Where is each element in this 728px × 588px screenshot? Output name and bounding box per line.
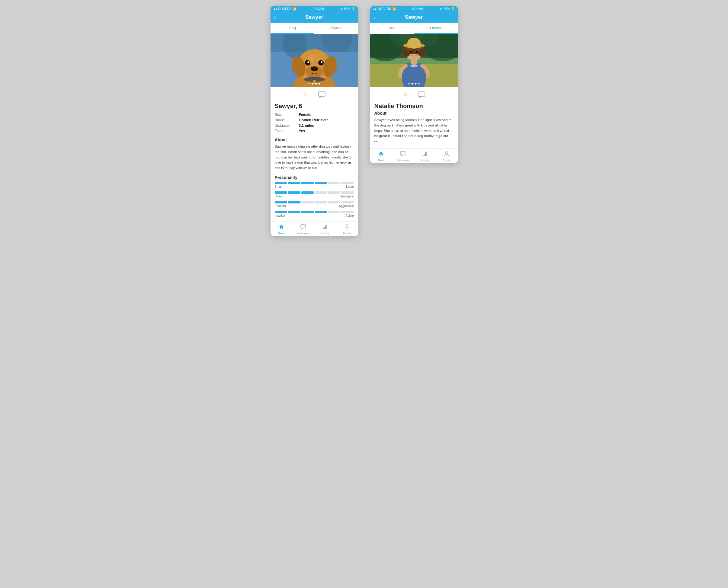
status-dots-right: ●● <box>373 7 377 10</box>
status-right-right: ⊕ 66% 🔋 <box>440 7 454 10</box>
nav-profile-left[interactable]: Profile <box>336 224 358 235</box>
wifi-icon: 📶 <box>293 7 296 10</box>
info-row-distance: Distance: 3.1 miles <box>275 123 354 128</box>
status-bar-left: ●● ROGERS 📶 9:23 AM ⊕ 66% 🔋 <box>271 6 358 12</box>
bar-labels-activity: Inactive Active <box>275 214 354 217</box>
bar-label-left-activity: Inactive <box>275 214 285 217</box>
pet-name-left: Sawyer, 6 <box>275 103 354 109</box>
seg-4 <box>315 201 327 204</box>
svg-rect-23 <box>324 227 325 229</box>
status-left: ●● ROGERS 📶 <box>274 7 296 10</box>
info-table-left: Sex: Female Breed: Golden Retriever Dist… <box>275 112 354 134</box>
svg-rect-25 <box>327 225 327 229</box>
bar-label-left-energy: Calm <box>275 195 282 198</box>
dog-photo-svg <box>271 34 358 87</box>
seg-1 <box>275 201 287 204</box>
bar-label-right-aggression: Aggressive <box>339 204 354 208</box>
dot-r3 <box>415 83 416 85</box>
dot-r2 <box>411 83 413 85</box>
nav-messages-label-right: Messages <box>397 159 409 162</box>
tabs-right: Dog Owner <box>370 23 458 34</box>
dot-1 <box>308 83 310 85</box>
owner-photo-right <box>370 34 458 87</box>
photo-dots-left <box>308 83 320 85</box>
nav-profile-right[interactable]: Profile <box>436 151 458 162</box>
nav-feed-left[interactable]: Feed <box>271 224 293 235</box>
bar-track-energy <box>275 191 354 194</box>
status-time-left: 9:23 AM <box>313 7 324 10</box>
location-icon-right: ⊕ <box>440 7 442 10</box>
seg-3 <box>301 191 314 194</box>
nav-feed-right[interactable]: Feed <box>370 151 392 162</box>
message-svg-left <box>318 90 326 99</box>
bar-labels-size: Small Large <box>275 185 354 188</box>
nav-activity-right[interactable]: Activity <box>414 151 436 162</box>
svg-rect-20 <box>318 92 325 96</box>
svg-point-9 <box>315 68 317 70</box>
owner-photo-svg <box>370 34 458 87</box>
messages-icon-right <box>400 151 406 158</box>
label-distance: Distance: <box>275 123 299 128</box>
battery-icon-right: 🔋 <box>451 7 455 10</box>
nav-title-left: Sawyer <box>305 14 324 20</box>
about-text-right: Sawyer loves being taken out on light hi… <box>374 118 454 144</box>
bottom-nav-right: Feed Messages Activity Profile <box>370 148 458 163</box>
info-row-breed: Breed: Golden Retriever <box>275 118 354 123</box>
tab-owner-left[interactable]: Owner <box>314 23 358 34</box>
bar-track-aggression <box>275 201 354 204</box>
tab-owner-right[interactable]: Owner <box>414 23 458 34</box>
seg-2 <box>288 201 300 204</box>
back-button-right[interactable]: ‹ <box>374 14 376 21</box>
seg-5 <box>328 182 340 184</box>
dot-3 <box>315 83 317 85</box>
message-icon-right[interactable] <box>418 90 425 100</box>
seg-6 <box>341 211 354 213</box>
nav-bar-left: ‹ Sawyer <box>271 12 358 23</box>
message-svg-right <box>418 90 425 99</box>
photo-dots-right <box>408 83 420 85</box>
nav-messages-right[interactable]: Messages <box>392 151 414 162</box>
seg-4 <box>315 211 327 213</box>
bar-label-right-activity: Active <box>346 214 354 217</box>
status-bar-right: ●● ROGERS 📶 9:23 AM ⊕ 66% 🔋 <box>370 6 458 12</box>
value-breed: Golden Retriever <box>299 118 328 122</box>
svg-rect-22 <box>323 228 324 229</box>
seg-5 <box>328 201 340 204</box>
dot-r4 <box>418 83 420 85</box>
feed-icon-right <box>378 151 384 158</box>
location-icon: ⊕ <box>340 7 343 10</box>
svg-point-8 <box>311 68 314 70</box>
feed-icon-left <box>278 224 285 231</box>
value-distance: 3.1 miles <box>299 123 314 128</box>
seg-5 <box>328 191 340 194</box>
label-breed: Breed: <box>275 118 299 122</box>
svg-point-16 <box>308 54 314 63</box>
tab-dog-left[interactable]: Dog <box>271 23 314 34</box>
tab-dog-right[interactable]: Dog <box>370 23 414 34</box>
profile-content-left: Sawyer, 6 Sex: Female Breed: Golden Retr… <box>271 103 358 222</box>
seg-6 <box>341 201 354 204</box>
svg-rect-48 <box>418 92 425 96</box>
info-row-sex: Sex: Female <box>275 112 354 118</box>
favorite-icon-right[interactable]: ☆ <box>402 90 409 100</box>
phone-left: ●● ROGERS 📶 9:23 AM ⊕ 66% 🔋 ‹ Sawyer Dog… <box>271 6 358 236</box>
battery-icon-left: 🔋 <box>352 7 355 10</box>
seg-3 <box>301 211 314 213</box>
profile-icon-right <box>443 151 450 158</box>
profile-content-right: Natalie Thomson About Sawyer loves being… <box>370 103 458 148</box>
about-title-left: About <box>275 137 354 142</box>
nav-activity-left[interactable]: Activity <box>314 224 336 235</box>
seg-3 <box>301 201 314 204</box>
status-left-right: ●● ROGERS 📶 <box>373 7 396 10</box>
back-button-left[interactable]: ‹ <box>274 14 276 21</box>
info-row-fixed: Fixed: Yes <box>275 128 354 134</box>
message-icon-left[interactable] <box>318 90 326 100</box>
bar-size: Small Large <box>275 182 354 188</box>
messages-icon-left <box>300 224 306 231</box>
tabs-left: Dog Owner <box>271 23 358 34</box>
nav-messages-left[interactable]: Messages <box>292 224 314 235</box>
favorite-icon-left[interactable]: ☆ <box>303 90 309 100</box>
bottom-nav-left: Feed Messages Activity Profile <box>271 222 358 236</box>
activity-icon-right <box>422 151 428 158</box>
bar-label-left-size: Small <box>275 185 282 188</box>
